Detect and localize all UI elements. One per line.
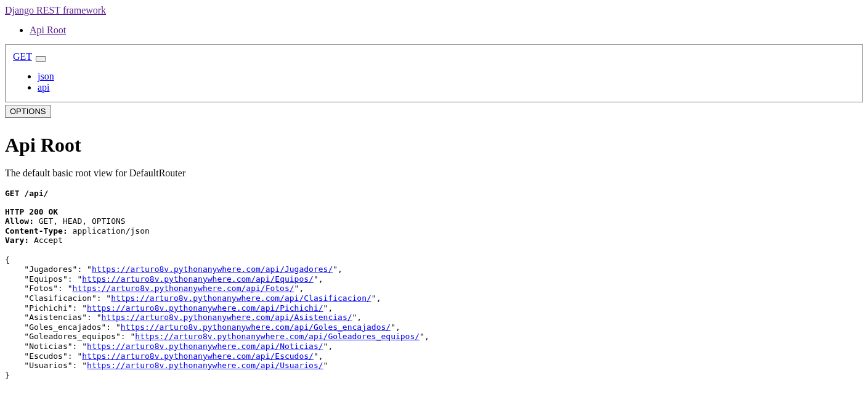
endpoint-link[interactable]: https://arturo8v.pythonanywhere.com/api/… <box>82 274 314 284</box>
format-json-link[interactable]: json <box>38 71 54 81</box>
format-item: api <box>38 82 855 93</box>
breadcrumb-link[interactable]: Api Root <box>30 25 66 35</box>
endpoint-link[interactable]: https://arturo8v.pythonanywhere.com/api/… <box>135 332 420 341</box>
endpoint-link[interactable]: https://arturo8v.pythonanywhere.com/api/… <box>87 361 323 370</box>
format-item: json <box>38 71 855 82</box>
allow-label: Allow: <box>5 216 34 226</box>
allow-value: GET, HEAD, OPTIONS <box>34 216 126 226</box>
endpoint-link[interactable]: https://arturo8v.pythonanywhere.com/api/… <box>82 351 314 361</box>
content-type-label: Content-Type: <box>5 226 68 236</box>
endpoint-link[interactable]: https://arturo8v.pythonanywhere.com/api/… <box>73 284 294 293</box>
status-line: HTTP 200 OK <box>5 207 58 216</box>
endpoint-link[interactable]: https://arturo8v.pythonanywhere.com/api/… <box>87 342 323 351</box>
breadcrumb-item: Api Root <box>30 25 863 36</box>
endpoint-link[interactable]: https://arturo8v.pythonanywhere.com/api/… <box>92 265 333 274</box>
vary-label: Vary: <box>5 236 29 245</box>
page-title: Api Root <box>5 134 863 157</box>
breadcrumb: Api Root <box>5 25 863 36</box>
request-text: GET /api/ <box>5 189 48 198</box>
get-dropdown-icon[interactable] <box>36 56 46 62</box>
endpoint-link[interactable]: https://arturo8v.pythonanywhere.com/api/… <box>121 322 391 332</box>
response-body: { "Jugadores": "https://arturo8v.pythona… <box>5 255 429 380</box>
request-line: GET /api/ <box>5 189 863 199</box>
options-button[interactable]: OPTIONS <box>5 105 51 118</box>
format-list: json api <box>13 71 855 93</box>
get-panel: GET json api <box>5 44 863 102</box>
endpoint-link[interactable]: https://arturo8v.pythonanywhere.com/api/… <box>87 303 323 313</box>
format-api-link[interactable]: api <box>38 82 50 92</box>
content-type-value: application/json <box>68 226 150 236</box>
get-button[interactable]: GET <box>13 51 32 62</box>
vary-value: Accept <box>29 236 63 245</box>
endpoint-link[interactable]: https://arturo8v.pythonanywhere.com/api/… <box>111 293 371 303</box>
response-block: HTTP 200 OK Allow: GET, HEAD, OPTIONS Co… <box>5 207 863 380</box>
endpoint-link[interactable]: https://arturo8v.pythonanywhere.com/api/… <box>102 313 352 322</box>
page-description: The default basic root view for DefaultR… <box>5 168 863 179</box>
brand-link[interactable]: Django REST framework <box>5 5 106 15</box>
